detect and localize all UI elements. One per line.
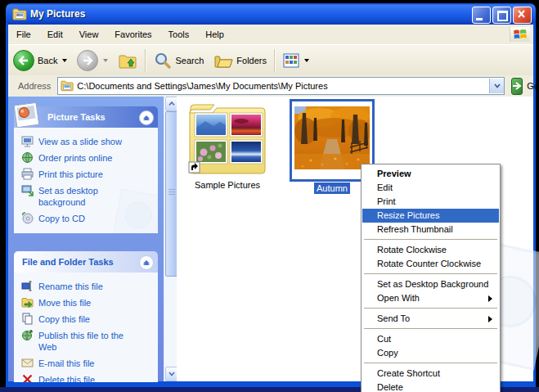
forward-button[interactable]	[72, 50, 113, 71]
task-view-slideshow[interactable]: View as a slide show	[14, 133, 158, 150]
task-label[interactable]: Print this picture	[38, 169, 103, 180]
task-label[interactable]: E-mail this file	[38, 358, 94, 369]
task-order-prints[interactable]: Order prints online	[14, 150, 158, 166]
menu-item-create-shortcut[interactable]: Create Shortcut	[362, 367, 500, 381]
menu-item-copy[interactable]: Copy	[362, 346, 500, 360]
go-arrow-icon	[512, 82, 522, 90]
maximize-icon	[497, 11, 508, 21]
task-email-file[interactable]: E-mail this file	[14, 355, 158, 372]
menu-item-rotate-counter-clockwise[interactable]: Rotate Counter Clockwise	[362, 257, 500, 271]
menu-view[interactable]: View	[71, 26, 107, 43]
task-pane: Picture Tasks	[8, 97, 164, 381]
maximize-button[interactable]	[492, 7, 511, 24]
views-button[interactable]	[278, 53, 314, 68]
copy-icon	[21, 313, 34, 325]
picture-tasks-body: View as a slide show Order prints online	[14, 128, 158, 233]
menu-file[interactable]: File	[8, 26, 39, 43]
address-bar: Address C:\Documents and Settings\James\…	[8, 75, 533, 97]
chevron-up-icon	[143, 262, 150, 265]
task-label[interactable]: Publish this file to the Web	[38, 330, 143, 353]
desktop-screenshot: My Pictures File Edit View Favorites Too…	[0, 0, 539, 392]
task-label[interactable]: Move this file	[38, 297, 91, 309]
menu-edit[interactable]: Edit	[39, 26, 71, 43]
search-button[interactable]: Search	[149, 52, 209, 70]
task-move-file[interactable]: Move this file	[14, 295, 158, 311]
menu-item-send-to[interactable]: Send To	[362, 312, 500, 326]
folder-label[interactable]: Sample Pictures	[177, 180, 278, 190]
my-pictures-folder-icon	[12, 8, 27, 20]
menu-item-delete[interactable]: Delete	[362, 381, 500, 392]
task-label[interactable]: Rename this file	[38, 281, 103, 292]
task-label[interactable]: Delete this file	[38, 374, 95, 382]
delete-x-icon	[21, 373, 34, 382]
address-dropdown-button[interactable]	[489, 79, 504, 93]
task-label[interactable]: View as a slide show	[38, 136, 122, 147]
menu-item-cut[interactable]: Cut	[362, 332, 500, 346]
task-label[interactable]: Copy this file	[38, 313, 90, 325]
address-input[interactable]: C:\Documents and Settings\James\My Docum…	[57, 77, 505, 95]
picture-tasks-icon	[11, 101, 43, 130]
up-button[interactable]	[113, 52, 142, 70]
task-delete-file[interactable]: Delete this file	[14, 372, 158, 382]
folders-button[interactable]: Folders	[209, 52, 272, 69]
forward-dropdown-icon	[103, 59, 108, 62]
task-label[interactable]: Order prints online	[38, 152, 113, 164]
menu-item-print[interactable]: Print	[362, 195, 500, 209]
back-icon	[13, 50, 34, 71]
thumb-grip	[168, 189, 175, 196]
task-pane-scrollbar[interactable]	[164, 97, 177, 381]
folders-label: Folders	[236, 56, 267, 65]
menu-item-preview[interactable]: Preview	[362, 167, 500, 181]
rename-icon	[21, 280, 34, 292]
task-rename-file[interactable]: Rename this file	[14, 278, 158, 295]
thumbnail-lilies	[195, 140, 227, 164]
menu-favorites[interactable]: Favorites	[106, 26, 159, 43]
menu-help[interactable]: Help	[197, 26, 232, 43]
menu-item-label: Open With	[377, 293, 420, 303]
menu-item-set-as-desktop-background[interactable]: Set as Desktop Background	[362, 277, 500, 291]
publish-web-icon	[21, 329, 34, 341]
address-path[interactable]: C:\Documents and Settings\James\My Docum…	[74, 81, 489, 91]
thumbnail-sunset	[230, 113, 263, 137]
file-folder-tasks-header[interactable]: File and Folder Tasks	[14, 251, 158, 273]
menu-tools[interactable]: Tools	[160, 26, 198, 43]
submenu-arrow-icon	[488, 295, 492, 302]
selected-file-label[interactable]: Autumn	[314, 182, 350, 194]
menu-item-refresh-thumbnail[interactable]: Refresh Thumbnail	[362, 223, 500, 237]
back-dropdown-icon[interactable]	[62, 59, 67, 62]
toolbar-separator	[145, 49, 146, 72]
picture-tasks-panel: Picture Tasks	[14, 106, 158, 233]
menu-item-open-with[interactable]: Open With	[362, 291, 500, 305]
menu-item-label: Send To	[377, 313, 410, 323]
task-label[interactable]: Copy to CD	[38, 213, 85, 224]
menu-item-edit[interactable]: Edit	[362, 181, 500, 195]
collapse-chevron-button[interactable]	[139, 255, 154, 270]
chevron-up-icon	[143, 117, 150, 120]
back-button[interactable]: Back	[8, 50, 72, 71]
title-bar[interactable]: My Pictures	[6, 3, 536, 25]
chevron-up-icon	[168, 101, 175, 106]
views-dropdown-icon[interactable]	[304, 59, 309, 62]
menu-separator	[364, 308, 497, 309]
shortcut-arrow-badge	[189, 162, 200, 173]
windows-flag-icon	[514, 28, 528, 40]
collapse-chevron-button[interactable]	[139, 110, 154, 125]
task-publish-file[interactable]: Publish this file to the Web	[14, 327, 158, 355]
address-label: Address	[8, 81, 57, 91]
go-label[interactable]: Go	[527, 81, 539, 91]
up-folder-icon	[118, 52, 137, 70]
menu-bar: File Edit View Favorites Tools Help	[8, 25, 533, 45]
folders-icon	[213, 52, 233, 69]
go-button[interactable]	[511, 78, 523, 95]
menu-item-resize-pictures[interactable]: Resize Pictures	[362, 209, 499, 223]
address-folder-icon	[61, 80, 74, 92]
menu-separator	[364, 273, 497, 274]
menu-item-rotate-clockwise[interactable]: Rotate Clockwise	[362, 243, 500, 257]
back-label: Back	[38, 56, 57, 65]
task-print-picture[interactable]: Print this picture	[14, 166, 158, 182]
minimize-button[interactable]	[472, 7, 491, 24]
task-copy-file[interactable]: Copy this file	[14, 311, 158, 327]
sample-pictures-folder[interactable]	[187, 103, 267, 177]
menu-separator	[364, 328, 497, 329]
close-button[interactable]	[513, 7, 532, 24]
